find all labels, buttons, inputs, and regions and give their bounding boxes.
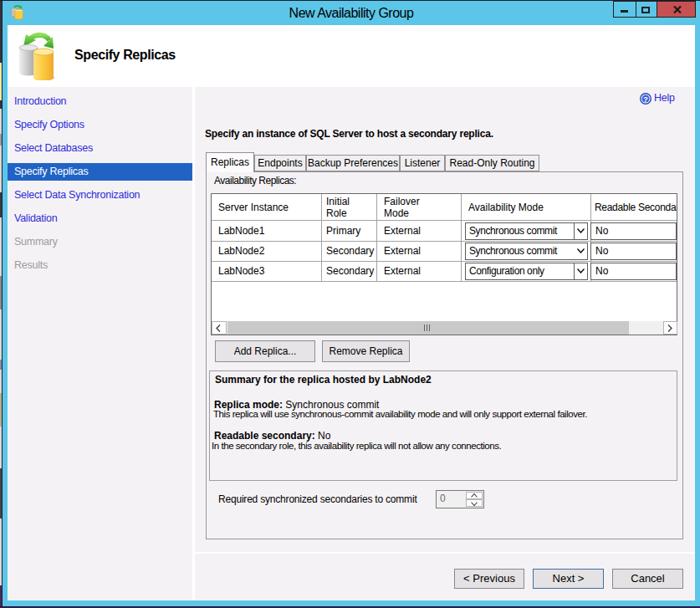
svg-text:?: ? [643,95,648,104]
